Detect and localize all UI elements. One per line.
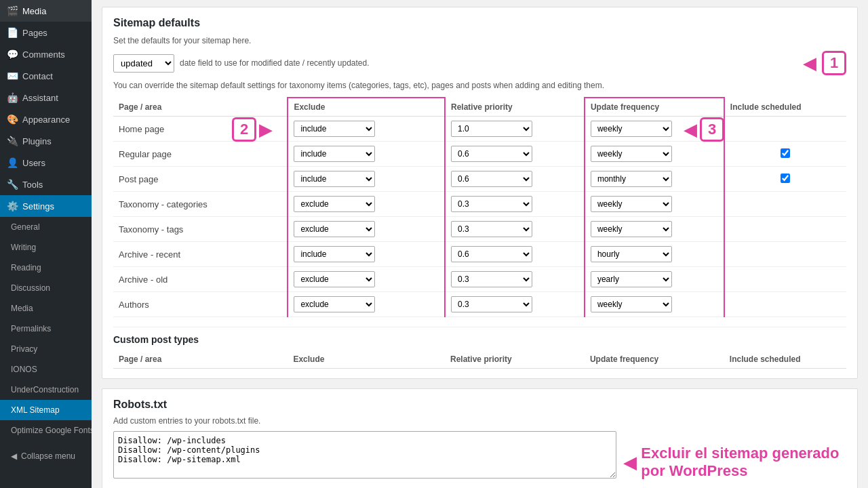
sitemap-defaults-title: Sitemap defaults [113,17,846,29]
sidebar-item-privacy[interactable]: Privacy [0,339,92,359]
annotation2-box: 2 [232,117,256,142]
cell-priority: 1.00.90.80.70.60.50.40.30.20.1 [445,167,585,192]
cell-exclude: includeexclude [288,167,445,192]
exclude-select[interactable]: includeexclude [294,171,375,187]
frequency-select[interactable]: alwayshourlydailyweeklymonthlyyearlyneve… [591,196,672,212]
date-field-desc: date field to use for modified date / re… [180,58,370,68]
cell-frequency: alwayshourlydailyweeklymonthlyyearlyneve… [585,242,724,267]
sidebar-item-plugins[interactable]: 🔌 Plugins [0,130,92,152]
annotation1-arrow: ◀ [803,54,816,72]
date-field-select[interactable]: updated published [113,54,174,73]
sitemap-defaults-desc2: You can override the sitemap default set… [113,81,846,90]
sidebar-item-general[interactable]: General [0,217,92,237]
sitemap-defaults-desc1: Set the defaults for your sitemap here. [113,36,846,45]
exclude-select[interactable]: includeexclude [294,271,375,287]
sidebar-item-writing[interactable]: Writing [0,237,92,258]
collapse-icon: ◀ [11,451,17,461]
table-row: Home pageincludeexclude1.00.90.80.70.60.… [113,117,846,142]
cpt-table: Page / area Exclude Relative priority Up… [113,350,846,369]
sidebar-item-permalinks[interactable]: Permalinks [0,319,92,339]
cell-page-name: Post page [113,167,288,192]
exclude-select[interactable]: includeexclude [294,296,375,312]
cell-priority: 1.00.90.80.70.60.50.40.30.20.1 [445,192,585,217]
table-row: Archive - recentincludeexclude1.00.90.80… [113,242,846,267]
table-row: Archive - oldincludeexclude1.00.90.80.70… [113,267,846,292]
table-row: Taxonomy - categoriesincludeexclude1.00.… [113,192,846,217]
priority-select[interactable]: 1.00.90.80.70.60.50.40.30.20.1 [451,146,532,162]
cpt-th-page: Page / area [113,350,288,369]
annotation3-arrow: ◀ [684,121,697,138]
date-field-row: updated published date field to use for … [113,51,846,75]
cell-include-scheduled [724,167,846,192]
cell-include-scheduled [724,242,846,267]
exclude-select[interactable]: includeexclude [294,221,375,237]
table-row: Regular pageincludeexclude1.00.90.80.70.… [113,142,846,167]
frequency-select[interactable]: alwayshourlydailyweeklymonthlyyearlyneve… [591,121,672,137]
include-scheduled-checkbox[interactable] [781,148,790,158]
tools-icon: 🔧 [7,179,18,190]
cell-include-scheduled [724,117,846,142]
sidebar-item-reading[interactable]: Reading [0,258,92,278]
cpt-th-include: Include scheduled [724,350,846,369]
sidebar-item-tools[interactable]: 🔧 Tools [0,174,92,195]
sidebar-item-ionos[interactable]: IONOS [0,359,92,380]
frequency-select[interactable]: alwayshourlydailyweeklymonthlyyearlyneve… [591,296,672,312]
cell-page-name: Archive - old [113,267,288,292]
priority-select[interactable]: 1.00.90.80.70.60.50.40.30.20.1 [451,171,532,187]
comments-icon: 💬 [7,49,18,60]
sidebar-item-assistant[interactable]: 🤖 Assistant [0,87,92,108]
cell-frequency: alwayshourlydailyweeklymonthlyyearlyneve… [585,217,724,242]
frequency-select[interactable]: alwayshourlydailyweeklymonthlyyearlyneve… [591,171,672,187]
sidebar-item-pages[interactable]: 📄 Pages [0,22,92,43]
sidebar-item-appearance[interactable]: 🎨 Appearance [0,108,92,130]
exclude-select[interactable]: includeexclude [294,246,375,262]
plugins-icon: 🔌 [7,136,18,146]
include-scheduled-checkbox[interactable] [781,174,790,183]
cpt-th-priority: Relative priority [445,350,585,369]
cell-include-scheduled [724,292,846,317]
sidebar-item-underconstruction[interactable]: UnderConstruction [0,380,92,400]
sidebar-item-contact[interactable]: ✉️ Contact [0,65,92,87]
table-row: Taxonomy - tagsincludeexclude1.00.90.80.… [113,217,846,242]
cell-include-scheduled [724,192,846,217]
cell-frequency: alwayshourlydailyweeklymonthlyyearlyneve… [585,267,724,292]
cell-exclude: includeexclude [288,292,445,317]
users-icon: 👤 [7,157,18,168]
frequency-select[interactable]: alwayshourlydailyweeklymonthlyyearlyneve… [591,221,672,237]
exclude-select[interactable]: includeexclude [294,196,375,212]
sidebar-item-users[interactable]: 👤 Users [0,152,92,174]
cell-priority: 1.00.90.80.70.60.50.40.30.20.1 [445,242,585,267]
cell-exclude: includeexclude [288,192,445,217]
sidebar-item-xml-sitemap[interactable]: XML Sitemap [0,400,92,420]
robots-annotation-text: Excluir el sitemap generado por WordPres… [641,445,846,480]
priority-select[interactable]: 1.00.90.80.70.60.50.40.30.20.1 [451,121,532,137]
cell-exclude: includeexclude [288,217,445,242]
cell-exclude: includeexclude [288,142,445,167]
priority-select[interactable]: 1.00.90.80.70.60.50.40.30.20.1 [451,296,532,312]
cell-exclude: includeexclude [288,267,445,292]
priority-select[interactable]: 1.00.90.80.70.60.50.40.30.20.1 [451,221,532,237]
robots-title: Robots.txt [113,399,846,411]
priority-select[interactable]: 1.00.90.80.70.60.50.40.30.20.1 [451,246,532,262]
sidebar-item-settings[interactable]: ⚙️ Settings [0,195,92,217]
robots-textarea[interactable] [113,431,616,479]
priority-select[interactable]: 1.00.90.80.70.60.50.40.30.20.1 [451,271,532,287]
cell-priority: 1.00.90.80.70.60.50.40.30.20.1 [445,267,585,292]
sitemap-table: Page / area Exclude Relative priority Up… [113,97,846,317]
sidebar-item-media[interactable]: 🎬 Media [0,0,92,22]
frequency-select[interactable]: alwayshourlydailyweeklymonthlyyearlyneve… [591,146,672,162]
cell-priority: 1.00.90.80.70.60.50.40.30.20.1 [445,217,585,242]
frequency-select[interactable]: alwayshourlydailyweeklymonthlyyearlyneve… [591,271,672,287]
sidebar-item-discussion[interactable]: Discussion [0,278,92,298]
exclude-select[interactable]: includeexclude [294,121,375,137]
sidebar-item-comments[interactable]: 💬 Comments [0,43,92,65]
sidebar-item-media-sub[interactable]: Media [0,298,92,319]
frequency-select[interactable]: alwayshourlydailyweeklymonthlyyearlyneve… [591,246,672,262]
collapse-menu-item[interactable]: ◀ Collapse menu [0,446,92,466]
exclude-select[interactable]: includeexclude [294,146,375,162]
robots-section: Robots.txt Add custom entries to your ro… [102,388,858,488]
priority-select[interactable]: 1.00.90.80.70.60.50.40.30.20.1 [451,196,532,212]
annotation1-box: 1 [822,51,846,75]
sidebar: 🎬 Media 📄 Pages 💬 Comments ✉️ Contact 🤖 … [0,0,92,488]
sidebar-item-optimize-google-fonts[interactable]: Optimize Google Fonts [0,420,92,441]
